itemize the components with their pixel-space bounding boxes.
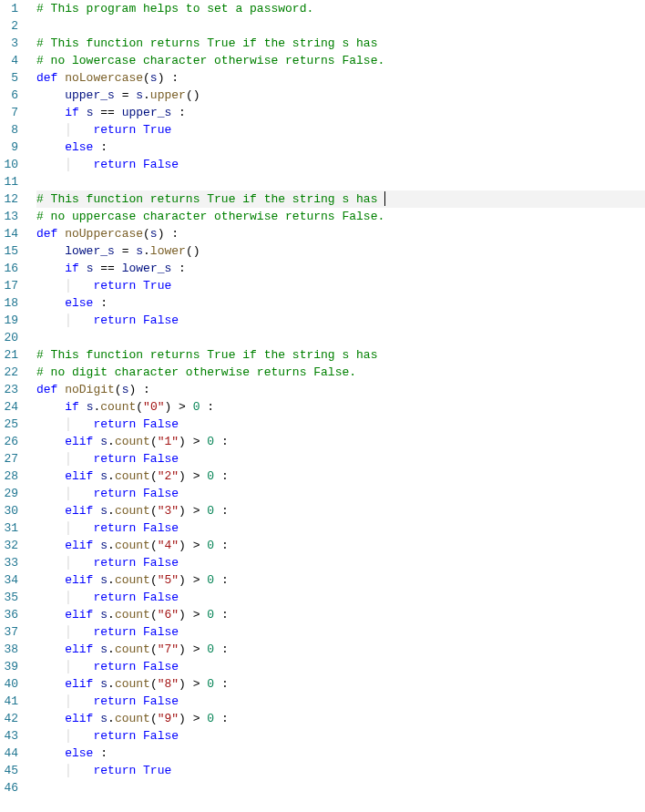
code-line[interactable]: # This function returns True if the stri…: [36, 190, 645, 208]
line-number: 37: [0, 623, 18, 641]
line-number: 45: [0, 762, 18, 779]
code-line[interactable]: │ return False: [36, 554, 645, 571]
code-token: │: [65, 591, 93, 604]
code-token: [36, 764, 65, 777]
code-line[interactable]: elif s.count("3") > 0 :: [36, 502, 645, 519]
code-line[interactable]: │ return False: [36, 519, 645, 537]
code-line[interactable]: │ return False: [36, 727, 645, 745]
code-line[interactable]: │ return False: [36, 450, 645, 468]
code-line[interactable]: │ return False: [36, 156, 645, 173]
code-token: 0: [207, 504, 214, 518]
line-number: 40: [0, 675, 18, 693]
code-line[interactable]: else :: [36, 745, 645, 762]
code-line[interactable]: elif s.count("8") > 0 :: [36, 675, 645, 693]
code-token: False: [143, 625, 179, 639]
code-token: count: [115, 435, 150, 448]
code-token: count: [115, 504, 150, 518]
code-token: if: [65, 400, 79, 414]
code-token: [36, 521, 65, 535]
code-token: ) >: [165, 400, 193, 414]
line-number: 39: [0, 658, 18, 675]
code-token: False: [143, 694, 179, 708]
code-line[interactable]: elif s.count("7") > 0 :: [36, 641, 645, 658]
code-line[interactable]: elif s.count("4") > 0 :: [36, 537, 645, 554]
code-line[interactable]: else :: [36, 294, 645, 312]
code-token: elif: [65, 677, 93, 691]
code-token: .: [108, 642, 115, 656]
code-line[interactable]: else :: [36, 139, 645, 156]
code-line[interactable]: if s == upper_s :: [36, 104, 645, 121]
code-token: "6": [158, 608, 179, 622]
code-line[interactable]: │ return False: [36, 485, 645, 502]
code-line[interactable]: elif s.count("6") > 0 :: [36, 606, 645, 623]
code-token: │: [65, 452, 93, 466]
code-token: False: [143, 417, 179, 431]
code-token: :: [93, 140, 108, 154]
code-line[interactable]: # This function returns True if the stri…: [36, 35, 645, 52]
code-line[interactable]: if s.count("0") > 0 :: [36, 398, 645, 416]
code-line[interactable]: │ return False: [36, 416, 645, 433]
code-token: [36, 625, 65, 639]
code-token: "2": [158, 469, 179, 483]
code-token: [36, 244, 65, 258]
code-line[interactable]: def noDigit(s) :: [36, 381, 645, 398]
line-number: 26: [0, 433, 18, 450]
code-line[interactable]: [36, 17, 645, 35]
code-token: │: [65, 158, 93, 171]
code-token: return: [93, 417, 136, 431]
code-token: count: [115, 573, 150, 587]
code-token: [79, 400, 87, 414]
code-line[interactable]: def noUppercase(s) :: [36, 225, 645, 242]
code-token: s: [100, 504, 108, 518]
code-line[interactable]: │ return True: [36, 277, 645, 294]
code-token: def: [36, 227, 65, 241]
code-token: upper_s: [122, 106, 172, 119]
code-token: elif: [65, 642, 93, 656]
code-token: 0: [207, 608, 214, 622]
code-token: ==: [93, 262, 121, 275]
code-token: return: [93, 591, 136, 604]
code-editor-area[interactable]: # This program helps to set a password.#…: [27, 0, 645, 797]
code-line[interactable]: if s == lower_s :: [36, 260, 645, 277]
code-token: [136, 279, 143, 293]
code-line[interactable]: │ return False: [36, 658, 645, 675]
code-line[interactable]: │ return False: [36, 623, 645, 641]
code-line[interactable]: # This program helps to set a password.: [36, 0, 645, 17]
code-token: def: [36, 383, 65, 396]
code-line[interactable]: │ return False: [36, 589, 645, 606]
code-token: False: [143, 521, 179, 535]
code-token: [36, 262, 65, 275]
code-line[interactable]: # no lowercase character otherwise retur…: [36, 52, 645, 69]
code-token: ) >: [179, 677, 207, 691]
code-line[interactable]: # no digit character otherwise returns F…: [36, 364, 645, 381]
code-token: (: [150, 712, 158, 725]
code-line[interactable]: # no uppercase character otherwise retur…: [36, 208, 645, 225]
code-line[interactable]: │ return True: [36, 762, 645, 779]
code-token: return: [93, 625, 136, 639]
code-token: s: [100, 642, 108, 656]
code-line[interactable]: def noLowercase(s) :: [36, 69, 645, 87]
line-number: 11: [0, 173, 18, 190]
code-token: ) :: [128, 383, 149, 396]
code-line[interactable]: │ return False: [36, 312, 645, 329]
code-line[interactable]: elif s.count("1") > 0 :: [36, 433, 645, 450]
code-line[interactable]: elif s.count("2") > 0 :: [36, 468, 645, 485]
code-line[interactable]: elif s.count("5") > 0 :: [36, 571, 645, 589]
line-number: 8: [0, 121, 18, 139]
code-line[interactable]: lower_s = s.lower(): [36, 242, 645, 260]
code-token: ) >: [179, 469, 207, 483]
code-line[interactable]: upper_s = s.upper(): [36, 87, 645, 104]
code-token: :: [214, 677, 229, 691]
line-number: 20: [0, 329, 18, 346]
code-token: else: [65, 140, 93, 154]
code-token: count: [100, 400, 136, 414]
code-line[interactable]: # This function returns True if the stri…: [36, 346, 645, 364]
code-line[interactable]: elif s.count("9") > 0 :: [36, 710, 645, 727]
code-line[interactable]: │ return False: [36, 693, 645, 710]
code-line[interactable]: │ return True: [36, 121, 645, 139]
code-line[interactable]: [36, 329, 645, 346]
code-line[interactable]: [36, 779, 645, 797]
code-token: [36, 539, 65, 552]
code-line[interactable]: [36, 173, 645, 190]
code-token: s: [136, 244, 143, 258]
